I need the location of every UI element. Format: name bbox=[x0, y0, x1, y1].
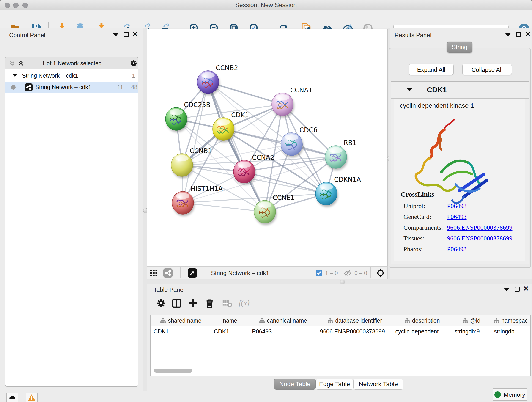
cloud-status-button[interactable] bbox=[6, 393, 18, 402]
crosslink-link[interactable]: 9606.ENSP00000378699 bbox=[447, 224, 512, 231]
network-list-header: 1 of 1 Network selected bbox=[6, 57, 138, 69]
network-node[interactable] bbox=[325, 146, 348, 170]
crosslink-label: Uniprot: bbox=[404, 202, 425, 210]
control-panel-maximize-icon[interactable] bbox=[124, 32, 129, 37]
network-list-gear-icon[interactable] bbox=[130, 59, 138, 67]
results-panel-maximize-icon[interactable] bbox=[516, 32, 521, 37]
tab-node-table[interactable]: Node Table bbox=[274, 379, 316, 390]
table-cell[interactable]: CDK1 bbox=[211, 326, 249, 337]
memory-label: Memory bbox=[504, 391, 525, 398]
network-node[interactable] bbox=[197, 70, 220, 95]
show-column-icon[interactable] bbox=[171, 298, 182, 308]
tab-edge-table[interactable]: Edge Table bbox=[316, 379, 353, 390]
network-node-count: 11 bbox=[117, 84, 123, 90]
gene-symbol: CDK1 bbox=[427, 86, 447, 94]
collapse-all-button[interactable]: Collapse All bbox=[462, 64, 512, 75]
network-node[interactable] bbox=[172, 191, 195, 216]
network-node[interactable] bbox=[254, 200, 277, 225]
memory-button[interactable]: Memory bbox=[493, 389, 527, 401]
hidden-counts: 0 – 0 bbox=[355, 270, 367, 276]
network-edge[interactable] bbox=[183, 203, 265, 212]
create-column-plus-icon[interactable] bbox=[187, 298, 198, 308]
node-label: CDK1 bbox=[231, 111, 249, 119]
grid-view-icon[interactable] bbox=[150, 269, 158, 277]
table-cell[interactable]: 9606.ENSP00000378699 bbox=[317, 326, 393, 337]
warnings-button[interactable] bbox=[26, 393, 38, 402]
table-row[interactable]: CDK1CDK1P064939606.ENSP00000378699cyclin… bbox=[151, 326, 530, 337]
network-graph[interactable]: CCNB2CCNA1CDC25BCDK1CDC6RB1CCNB1CCNA2CDK… bbox=[147, 29, 387, 266]
table-cell[interactable]: stringdb:9... bbox=[452, 326, 491, 337]
table-cell[interactable]: stringdb bbox=[491, 326, 530, 337]
crosslink-link[interactable]: P06493 bbox=[447, 245, 467, 253]
collection-count: 1 bbox=[132, 72, 135, 79]
table-panel-maximize-icon[interactable] bbox=[515, 287, 520, 292]
birds-eye-crosshair-icon[interactable] bbox=[375, 268, 386, 278]
column-header-namespac[interactable]: namespac bbox=[491, 315, 530, 326]
results-panel-close-icon[interactable]: ✕ bbox=[525, 32, 530, 37]
detach-view-icon[interactable] bbox=[188, 268, 197, 278]
selected-checkbox-icon[interactable] bbox=[316, 269, 322, 276]
gene-details: cyclin-dependent kinase 1 bbox=[394, 99, 525, 261]
crosslink-label: Compartments: bbox=[404, 224, 443, 231]
table-settings-gear-icon[interactable] bbox=[156, 298, 166, 308]
column-header-name[interactable]: name bbox=[211, 315, 249, 326]
current-network-dot-icon bbox=[11, 85, 16, 89]
network-row-selected[interactable]: String Network – cdk1 11 48 bbox=[6, 82, 138, 93]
horizontal-splitter-handle[interactable] bbox=[340, 280, 345, 284]
tab-string[interactable]: String bbox=[447, 42, 472, 53]
network-canvas[interactable]: CCNB2CCNA1CDC25BCDK1CDC6RB1CCNB1CCNA2CDK… bbox=[147, 29, 388, 266]
gene-section-header[interactable]: CDK1 bbox=[391, 82, 529, 99]
network-collection-row[interactable]: String Network – cdk1 1 bbox=[6, 70, 138, 82]
network-node[interactable] bbox=[272, 93, 294, 118]
main-toolbar: ? bbox=[0, 10, 532, 28]
table-horizontal-scrollbar[interactable] bbox=[154, 369, 192, 373]
crosslink-link[interactable]: P06493 bbox=[447, 202, 467, 210]
column-header-shared-name[interactable]: shared name bbox=[151, 315, 211, 326]
gene-collapse-icon[interactable] bbox=[406, 88, 412, 91]
table-cell[interactable]: cyclin-dependent ... bbox=[393, 326, 452, 337]
network-node[interactable] bbox=[234, 160, 256, 185]
node-label: RB1 bbox=[344, 139, 356, 147]
collection-expander-icon[interactable] bbox=[12, 74, 17, 77]
column-header-canonical-name[interactable]: canonical name bbox=[249, 315, 317, 326]
crosslinks-title: CrossLinks bbox=[401, 191, 434, 198]
function-builder-label-disabled: f(x) bbox=[239, 298, 249, 307]
control-panel: Control Panel ✕ Network Style Select Set… bbox=[0, 28, 143, 391]
column-header--id[interactable]: @id bbox=[452, 315, 491, 326]
crosslink-label: Pharos: bbox=[404, 245, 423, 253]
table-body: CDK1CDK1P064939606.ENSP00000378699cyclin… bbox=[151, 326, 530, 337]
network-edge[interactable] bbox=[183, 82, 208, 203]
separator bbox=[370, 268, 371, 278]
crosslink-link[interactable]: 9606.ENSP00000378699 bbox=[447, 235, 512, 242]
results-panel-float-icon[interactable] bbox=[505, 33, 511, 36]
delete-table-icon-disabled bbox=[222, 298, 232, 308]
title-bar: Session: New Session bbox=[0, 0, 532, 10]
control-panel-title: Control Panel bbox=[9, 32, 45, 39]
crosslink-row: Compartments:9606.ENSP00000378699 bbox=[404, 224, 523, 235]
crosslink-link[interactable]: P06493 bbox=[447, 213, 467, 220]
cytoscape-window: Session: New Session bbox=[0, 0, 532, 402]
expand-all-button[interactable]: Expand All bbox=[409, 64, 454, 75]
table-cell[interactable]: CDK1 bbox=[151, 326, 211, 337]
delete-column-trash-icon[interactable] bbox=[204, 298, 215, 308]
network-edge-count: 48 bbox=[131, 84, 138, 90]
table-panel-close-icon[interactable]: ✕ bbox=[523, 286, 529, 291]
network-badge-icon[interactable] bbox=[163, 268, 172, 278]
network-node[interactable] bbox=[165, 108, 188, 132]
node-label: CDC25B bbox=[184, 101, 210, 109]
network-list-panel: 1 of 1 Network selected String Network –… bbox=[5, 57, 138, 387]
network-node[interactable] bbox=[213, 118, 235, 142]
horizontal-splitter[interactable] bbox=[147, 279, 532, 284]
network-edge[interactable] bbox=[223, 129, 336, 157]
network-node[interactable] bbox=[316, 182, 338, 207]
network-edge[interactable] bbox=[244, 172, 326, 194]
table-cell[interactable]: P06493 bbox=[249, 326, 317, 337]
column-header-database-identifier[interactable]: database identifier bbox=[317, 315, 393, 326]
warning-icon bbox=[27, 394, 36, 402]
table-panel-float-icon[interactable] bbox=[504, 288, 510, 291]
node-table[interactable]: shared namenamecanonical namedatabase id… bbox=[150, 315, 531, 376]
control-panel-close-icon[interactable]: ✕ bbox=[133, 32, 138, 37]
tab-network-table[interactable]: Network Table bbox=[353, 379, 403, 390]
column-header-description[interactable]: description bbox=[393, 315, 452, 326]
control-panel-float-icon[interactable] bbox=[113, 33, 119, 36]
